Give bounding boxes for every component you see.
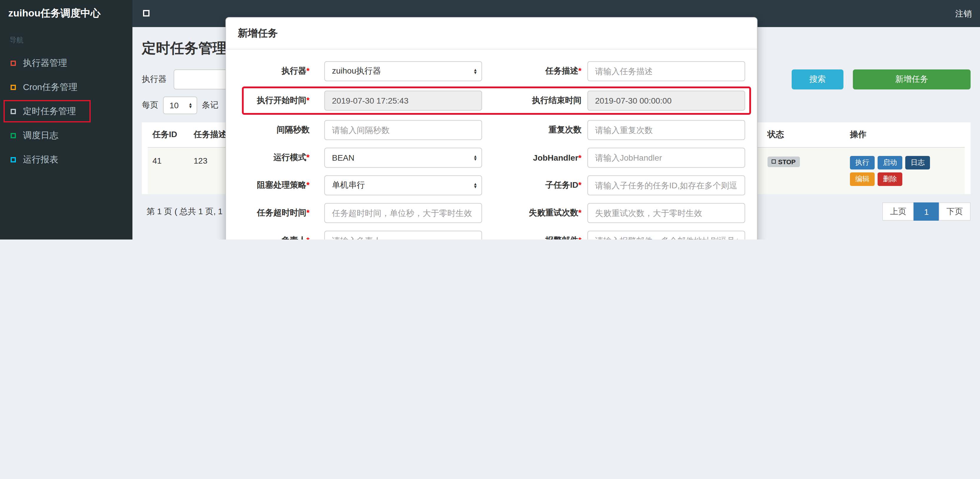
square-icon [11, 109, 16, 114]
execute-button[interactable]: 执行 [850, 156, 875, 169]
square-icon [11, 157, 16, 162]
select-caret-icon: ▲▼ [473, 182, 477, 188]
retry-input[interactable] [587, 203, 745, 223]
select-caret-icon: ▲▼ [473, 68, 477, 74]
block-strategy-select[interactable]: 单机串行 ▲▼ [324, 175, 482, 195]
sidebar-item-dispatch-log[interactable]: 调度日志 [0, 124, 132, 148]
interval-input[interactable] [324, 120, 482, 140]
repeat-input[interactable] [587, 120, 745, 140]
col-header-job-id[interactable]: 任务ID [148, 123, 189, 148]
perpage-select[interactable]: 10 ▲▼ [163, 97, 197, 114]
app-brand[interactable]: zuihou任务调度中心 [0, 0, 132, 27]
child-job-input[interactable] [587, 175, 745, 195]
next-page-button[interactable]: 下页 [939, 202, 970, 221]
sidebar-section-label: 导航 [0, 27, 132, 51]
modal-title: 新增任务 [238, 27, 745, 40]
square-icon [11, 85, 16, 90]
perpage-suffix: 条记 [202, 100, 218, 111]
col-header-status[interactable]: 状态 [763, 123, 845, 148]
run-mode-field-label: 运行模式* [238, 153, 324, 163]
sidebar-toggle-icon[interactable] [143, 10, 150, 16]
sidebar-item-label: Cron任务管理 [23, 82, 77, 93]
repeat-field-label: 重复次数 [482, 125, 587, 135]
sidebar-item-label: 执行器管理 [23, 58, 67, 69]
alarm-email-input[interactable] [587, 231, 745, 240]
sidebar-item-label: 运行报表 [23, 154, 58, 166]
job-desc-field-label: 任务描述* [482, 66, 587, 76]
logout-link[interactable]: 注销 [955, 0, 972, 27]
sidebar-nav: 导航 执行器管理 Cron任务管理 定时任务管理 调度日志 运行报表 [0, 27, 132, 240]
annotation-highlight-box: 执行开始时间* 执行结束时间 [242, 86, 751, 115]
owner-input[interactable] [324, 231, 482, 240]
square-icon [11, 60, 16, 66]
sidebar-item-run-report[interactable]: 运行报表 [0, 148, 132, 172]
timeout-input[interactable] [324, 203, 482, 223]
pagination-group: 上页 1 下页 [882, 202, 970, 221]
retry-field-label: 失败重试次数* [482, 208, 587, 218]
square-icon [11, 133, 16, 138]
run-mode-select[interactable]: BEAN ▲▼ [324, 148, 482, 168]
owner-field-label: 负责人* [238, 236, 324, 240]
log-button[interactable]: 日志 [905, 156, 930, 169]
app-viewport: zuihou任务调度中心 注销 导航 执行器管理 Cron任务管理 定时任务管理… [0, 0, 980, 240]
search-button[interactable]: 搜索 [792, 70, 843, 89]
modal-header: 新增任务 [226, 18, 757, 49]
sidebar-item-label: 调度日志 [23, 130, 58, 141]
select-caret-icon: ▲▼ [188, 102, 192, 108]
end-time-field-label: 执行结束时间 [482, 95, 587, 106]
modal-body: 执行器* zuihou执行器 ▲▼ 任务描述* 执行开始时间* 执行结束时间 间… [226, 49, 757, 240]
cell-status: STOP [763, 148, 845, 194]
child-job-field-label: 子任务ID* [482, 180, 587, 191]
job-handler-field-label: JobHandler* [482, 153, 587, 162]
add-job-button[interactable]: 新增任务 [853, 70, 970, 89]
end-time-input[interactable] [587, 91, 745, 111]
edit-button[interactable]: 编辑 [850, 172, 875, 186]
pagination-summary: 第 1 页 ( 总共 1 页, 1 [146, 206, 223, 217]
cell-actions: 执行 启动 日志 编辑 删除 [845, 148, 965, 194]
col-header-actions[interactable]: 操作 [845, 123, 965, 148]
start-button[interactable]: 启动 [878, 156, 902, 169]
interval-field-label: 间隔秒数 [238, 125, 324, 135]
stop-square-icon [772, 159, 776, 164]
sidebar-item-cron-jobs[interactable]: Cron任务管理 [0, 75, 132, 99]
block-strategy-field-label: 阻塞处理策略* [238, 180, 324, 191]
start-time-input[interactable] [324, 91, 482, 111]
executor-field-label: 执行器* [238, 66, 324, 76]
perpage-label: 每页 [142, 100, 158, 111]
executor-select[interactable]: zuihou执行器 ▲▼ [324, 61, 482, 81]
cell-job-id: 41 [148, 148, 189, 194]
alarm-email-field-label: 报警邮件* [482, 236, 587, 240]
executor-filter-label: 执行器 [142, 74, 167, 85]
delete-button[interactable]: 删除 [878, 172, 902, 186]
prev-page-button[interactable]: 上页 [882, 202, 914, 221]
sidebar-item-executor-manage[interactable]: 执行器管理 [0, 51, 132, 75]
start-time-field-label: 执行开始时间* [244, 95, 324, 106]
job-handler-input[interactable] [587, 148, 745, 168]
sidebar-item-timed-jobs[interactable]: 定时任务管理 [0, 99, 132, 124]
select-caret-icon: ▲▼ [473, 155, 477, 161]
page-number-button[interactable]: 1 [913, 202, 939, 221]
sidebar-item-label: 定时任务管理 [23, 106, 76, 117]
job-desc-input[interactable] [587, 61, 745, 81]
add-job-modal: 新增任务 执行器* zuihou执行器 ▲▼ 任务描述* 执行开始时间* 执行结… [226, 17, 757, 240]
timeout-field-label: 任务超时时间* [238, 208, 324, 218]
status-badge: STOP [767, 156, 800, 167]
